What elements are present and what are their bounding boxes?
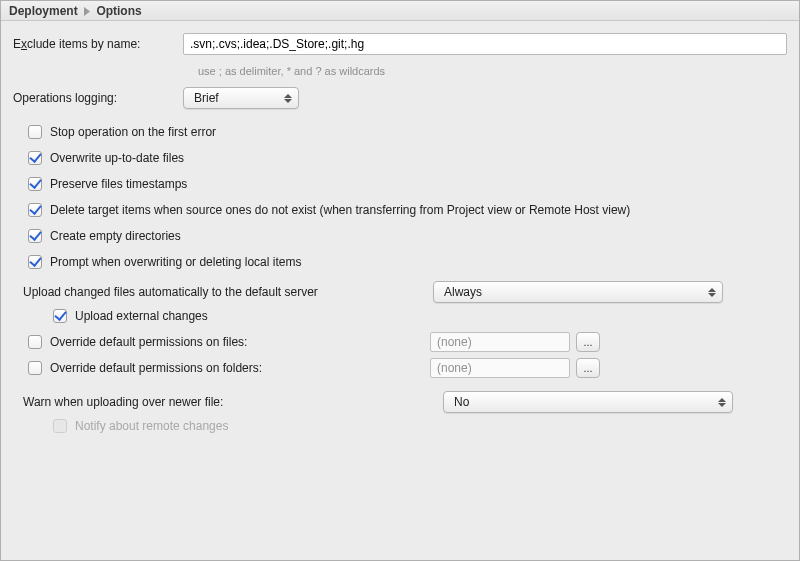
exclude-items-hint: use ; as delimiter, * and ? as wildcards bbox=[13, 61, 787, 87]
upload-external-row[interactable]: Upload external changes bbox=[13, 303, 787, 329]
notify-remote-checkbox bbox=[53, 419, 67, 433]
create-empty-dirs-checkbox[interactable] bbox=[28, 229, 42, 243]
ellipsis-icon: ... bbox=[583, 336, 592, 348]
auto-upload-value: Always bbox=[444, 285, 482, 299]
exclude-items-label: Exclude items by name: bbox=[13, 33, 183, 51]
preserve-timestamps-label: Preserve files timestamps bbox=[50, 177, 187, 191]
breadcrumb-root[interactable]: Deployment bbox=[9, 4, 78, 18]
auto-upload-label: Upload changed files automatically to th… bbox=[23, 285, 433, 299]
stop-on-error-checkbox[interactable] bbox=[28, 125, 42, 139]
perm-files-browse-button[interactable]: ... bbox=[576, 332, 600, 352]
operations-logging-value: Brief bbox=[194, 91, 219, 105]
preserve-timestamps-row[interactable]: Preserve files timestamps bbox=[13, 171, 787, 197]
warn-newer-value: No bbox=[454, 395, 469, 409]
content-area: Exclude items by name: use ; as delimite… bbox=[1, 21, 799, 439]
notify-remote-label: Notify about remote changes bbox=[75, 419, 228, 433]
warn-newer-select[interactable]: No bbox=[443, 391, 733, 413]
operations-logging-select[interactable]: Brief bbox=[183, 87, 299, 109]
delete-target-label: Delete target items when source ones do … bbox=[50, 203, 630, 217]
overwrite-row[interactable]: Overwrite up-to-date files bbox=[13, 145, 787, 171]
create-empty-dirs-row[interactable]: Create empty directories bbox=[13, 223, 787, 249]
prompt-overwrite-checkbox[interactable] bbox=[28, 255, 42, 269]
overwrite-label: Overwrite up-to-date files bbox=[50, 151, 184, 165]
perm-dirs-row: Override default permissions on folders:… bbox=[13, 355, 787, 381]
upload-external-checkbox[interactable] bbox=[53, 309, 67, 323]
delete-target-row[interactable]: Delete target items when source ones do … bbox=[13, 197, 787, 223]
delete-target-checkbox[interactable] bbox=[28, 203, 42, 217]
perm-files-row: Override default permissions on files: .… bbox=[13, 329, 787, 355]
perm-dirs-field bbox=[430, 358, 570, 378]
perm-dirs-browse-button[interactable]: ... bbox=[576, 358, 600, 378]
updown-icon bbox=[282, 94, 294, 103]
exclude-items-field[interactable] bbox=[183, 33, 787, 55]
updown-icon bbox=[716, 398, 728, 407]
preserve-timestamps-checkbox[interactable] bbox=[28, 177, 42, 191]
ellipsis-icon: ... bbox=[583, 362, 592, 374]
overwrite-checkbox[interactable] bbox=[28, 151, 42, 165]
perm-files-label: Override default permissions on files: bbox=[50, 335, 430, 349]
breadcrumb-leaf[interactable]: Options bbox=[96, 4, 141, 18]
updown-icon bbox=[706, 288, 718, 297]
perm-dirs-checkbox[interactable] bbox=[28, 361, 42, 375]
stop-on-error-label: Stop operation on the first error bbox=[50, 125, 216, 139]
prompt-overwrite-row[interactable]: Prompt when overwriting or deleting loca… bbox=[13, 249, 787, 275]
stop-on-error-row[interactable]: Stop operation on the first error bbox=[13, 119, 787, 145]
prompt-overwrite-label: Prompt when overwriting or deleting loca… bbox=[50, 255, 301, 269]
upload-external-label: Upload external changes bbox=[75, 309, 208, 323]
perm-files-checkbox[interactable] bbox=[28, 335, 42, 349]
deployment-options-panel: Deployment Options Exclude items by name… bbox=[0, 0, 800, 561]
warn-newer-label: Warn when uploading over newer file: bbox=[23, 395, 443, 409]
breadcrumb: Deployment Options bbox=[1, 1, 799, 21]
auto-upload-select[interactable]: Always bbox=[433, 281, 723, 303]
perm-files-field bbox=[430, 332, 570, 352]
operations-logging-label: Operations logging: bbox=[13, 91, 183, 105]
create-empty-dirs-label: Create empty directories bbox=[50, 229, 181, 243]
perm-dirs-label: Override default permissions on folders: bbox=[50, 361, 430, 375]
chevron-right-icon bbox=[83, 7, 91, 16]
notify-remote-row: Notify about remote changes bbox=[13, 413, 787, 439]
